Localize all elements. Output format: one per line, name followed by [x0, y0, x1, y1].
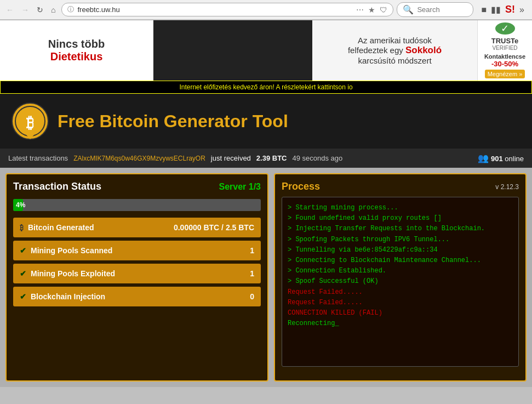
ext-icon-1[interactable]: ■: [481, 5, 487, 15]
process-terminal: > Starting mining process...> Found unde…: [282, 197, 519, 367]
ad-middle: [153, 20, 312, 81]
check-icon-2: ✔: [20, 269, 26, 278]
ext-icon-s[interactable]: S!: [505, 4, 515, 15]
blockchain-injection-label: ✔ Blockchain Injection: [20, 292, 105, 301]
trust-badge-icon: ✓: [495, 22, 515, 35]
url-display: freebtc.uw.hu: [77, 5, 353, 14]
status-title: Transaction Status: [13, 181, 101, 192]
mining-scanned-label: ✔ Mining Pools Scanned: [20, 246, 112, 255]
forward-button[interactable]: →: [19, 4, 32, 15]
bitcoin-logo: ₿: [11, 102, 49, 140]
search-bar[interactable]: 🔍: [397, 2, 473, 17]
browser-toolbar: ← → ↻ ⌂ ⓘ freebtc.uw.hu ⋯ ★ 🛡 🔍 ■ ▮▮ S! …: [0, 0, 532, 20]
tx-label: Latest transactions: [8, 154, 68, 162]
mining-exploited-label: ✔ Mining Pools Exploited: [20, 269, 115, 278]
mining-exploited-value: 1: [250, 269, 254, 278]
tx-address: ZAlxcMIK7M6qs0w46GX9MzvywsECLrayOR: [73, 155, 205, 162]
ext-more[interactable]: »: [519, 5, 524, 15]
address-bar[interactable]: ⓘ freebtc.uw.hu ⋯ ★ 🛡: [61, 3, 393, 16]
main-content: Transaction Status Server 1/3 4% ₿ Bitco…: [0, 168, 532, 387]
terminal-line: > Connecting to Blockchain Maintenance C…: [288, 255, 513, 266]
ad-trust[interactable]: ✓ TRUSTe VERIFIED Kontaktlencse -30-50% …: [477, 20, 532, 81]
notification-bar[interactable]: Internet előfizetés kedvező áron! A rész…: [0, 81, 532, 94]
notification-text: Internet előfizetés kedvező áron! A rész…: [179, 83, 352, 91]
terminal-line: Request Failed.....: [288, 298, 513, 308]
refresh-button[interactable]: ↻: [34, 4, 46, 15]
terminal-line: CONNECTION KILLED (FAIL): [288, 308, 513, 318]
address-bar-actions: ⋯ ★ 🛡: [356, 5, 387, 14]
status-row-blockchain-injection: ✔ Blockchain Injection 0: [13, 287, 261, 306]
trust-verified: VERIFIED: [492, 45, 517, 51]
process-header: Process v 2.12.3: [282, 181, 519, 192]
blockchain-injection-value: 0: [250, 292, 254, 301]
ad-right-line1: Az amerikai tudósok: [348, 36, 442, 45]
ext-icon-2[interactable]: ▮▮: [491, 4, 501, 15]
online-count: 901: [491, 155, 503, 163]
check-icon-3: ✔: [20, 292, 26, 301]
status-row-mining-exploited: ✔ Mining Pools Exploited 1: [13, 264, 261, 283]
bitcoin-generated-label: ₿ Bitcoin Generated: [20, 223, 94, 232]
terminal-line: > Starting mining process...: [288, 203, 513, 213]
trust-name: TRUSTe: [491, 37, 519, 45]
status-panel: Transaction Status Server 1/3 4% ₿ Bitco…: [5, 173, 268, 382]
terminal-line: > Tunnelling via be6e:854229af:c9a::34: [288, 245, 513, 255]
terminal-line: > Spoofing Packets through IPV6 Tunnel..…: [288, 235, 513, 245]
tx-received-text: just received: [211, 154, 251, 162]
bitcoin-generated-value: 0.00000 BTC / 2.5 BTC: [174, 223, 254, 232]
mining-scanned-value: 1: [250, 246, 254, 255]
progress-bar-container: 4%: [13, 199, 261, 211]
ad-right-line2: felfedeztek egy Sokkoló: [348, 45, 442, 56]
online-text: online: [505, 155, 524, 163]
bitcoin-icon: ₿: [20, 224, 24, 232]
terminal-line: > Spoof Successful (OK): [288, 276, 513, 287]
browser-extensions: ■ ▮▮ S! »: [477, 4, 529, 15]
terminal-line: Reconnecting_: [288, 318, 513, 329]
trust-label: Kontaktlencse: [484, 53, 525, 60]
svg-text:₿: ₿: [26, 115, 34, 132]
status-row-mining-scanned: ✔ Mining Pools Scanned 1: [13, 241, 261, 260]
process-title: Process: [282, 181, 320, 192]
shield-icon[interactable]: 🛡: [380, 5, 387, 14]
site-title: Free Bitcoin Generator Tool: [58, 111, 288, 132]
bookmark-icon[interactable]: ★: [368, 5, 375, 14]
search-icon: 🔍: [403, 4, 414, 15]
process-version: v 2.12.3: [495, 183, 519, 191]
process-panel: Process v 2.12.3 > Starting mining proce…: [274, 173, 527, 382]
status-header: Transaction Status Server 1/3: [13, 181, 261, 192]
terminal-line: > Found undefined valid proxy routes []: [288, 213, 513, 224]
progress-text: 4%: [16, 201, 25, 209]
browser-chrome: ← → ↻ ⌂ ⓘ freebtc.uw.hu ⋯ ★ 🛡 🔍 ■ ▮▮ S! …: [0, 0, 532, 20]
info-icon: ⓘ: [67, 5, 74, 14]
ad-left[interactable]: Nincs több Dietetikus: [0, 20, 153, 81]
nav-buttons: ← → ↻ ⌂: [3, 4, 58, 15]
back-button[interactable]: ←: [3, 4, 16, 15]
ad-bar: Nincs több Dietetikus Az amerikai tudóso…: [0, 20, 532, 81]
search-input[interactable]: [417, 5, 472, 14]
home-button[interactable]: ⌂: [48, 4, 58, 15]
tx-time: 49 seconds ago: [292, 154, 342, 162]
terminal-line: > Connection Established.: [288, 266, 513, 276]
ad-left-line2: Dietetikus: [48, 50, 105, 63]
ad-right-main[interactable]: Az amerikai tudósok felfedeztek egy Sokk…: [312, 20, 477, 81]
transaction-bar: Latest transactions ZAlxcMIK7M6qs0w46GX9…: [0, 149, 532, 168]
ad-right-line3: karcsúsító módszert: [348, 56, 442, 65]
status-row-bitcoin-generated: ₿ Bitcoin Generated 0.00000 BTC / 2.5 BT…: [13, 218, 261, 237]
terminal-line: Request Failed.....: [288, 287, 513, 298]
tx-amount: 2.39 BTC: [256, 154, 287, 162]
terminal-line: > Injecting Transfer Requests into the B…: [288, 224, 513, 234]
online-icon: 👥: [478, 153, 489, 163]
ad-right-highlight: Sokkoló: [405, 45, 442, 55]
trust-cta[interactable]: Megnézem »: [485, 70, 525, 78]
site-header: ₿ Free Bitcoin Generator Tool: [0, 94, 532, 149]
tx-online: 👥 901 online: [478, 153, 524, 163]
ad-left-line1: Nincs több: [48, 38, 105, 50]
server-label: Server 1/3: [219, 182, 261, 192]
more-icon[interactable]: ⋯: [356, 5, 364, 14]
check-icon-1: ✔: [20, 246, 26, 255]
trust-discount: -30-50%: [491, 60, 518, 68]
